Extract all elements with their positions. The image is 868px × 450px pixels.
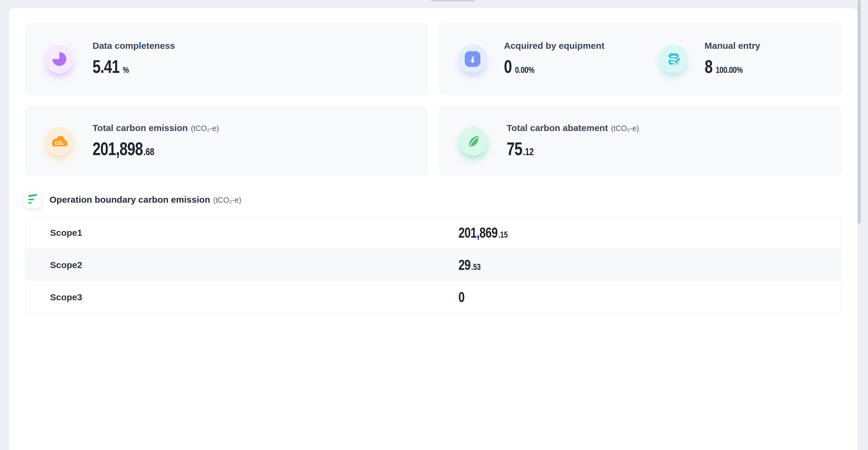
total-emission-unit: (tCO₂-e): [191, 124, 219, 133]
total-emission-decimal: .68: [144, 146, 154, 158]
acquired-by-equipment-stat: Acquired by equipment 0 0.00%: [440, 41, 641, 77]
data-completeness-suffix: %: [123, 65, 129, 75]
data-completeness-value: 5.41: [93, 56, 119, 77]
horizontal-scrollbar-thumb[interactable]: [431, 0, 475, 1]
data-completeness-label: Data completeness: [93, 41, 175, 51]
download-arrow-icon: [458, 44, 487, 73]
edit-note-icon: [659, 44, 688, 73]
total-abatement-label: Total carbon abatement: [507, 123, 608, 133]
scope2-decimal: .53: [471, 262, 480, 272]
stat-cards-grid: Data completeness 5.41 %: [25, 24, 841, 175]
total-abatement-decimal: .12: [523, 146, 534, 158]
svg-text:CO₂: CO₂: [55, 141, 64, 146]
scope1-label: Scope1: [26, 228, 458, 238]
scope3-label: Scope3: [26, 292, 458, 302]
acquired-by-equipment-percent: 0.00%: [515, 65, 534, 75]
data-completeness-card: Data completeness 5.41 %: [25, 24, 427, 94]
co2-cloud-icon: CO₂: [45, 127, 74, 156]
scope1-value: 201,869: [458, 224, 498, 241]
scope2-label: Scope2: [26, 260, 458, 270]
leaf-icon: [459, 127, 488, 156]
operation-boundary-section-header: Operation boundary carbon emission (tCO₂…: [24, 191, 241, 208]
total-abatement-unit: (tCO₂-e): [611, 124, 639, 133]
acquired-by-equipment-label: Acquired by equipment: [504, 41, 604, 51]
total-emission-value: 201,898: [93, 138, 143, 159]
section-title: Operation boundary carbon emission: [50, 195, 210, 205]
total-abatement-value: 75: [507, 138, 522, 159]
carbon-dashboard-page: { "cards": { "completeness": { "label": …: [0, 0, 868, 450]
acquisition-card: Acquired by equipment 0 0.00%: [439, 24, 841, 94]
content-panel: Data completeness 5.41 %: [9, 8, 858, 450]
section-unit: (tCO₂-e): [213, 196, 241, 204]
pie-chart-icon: [45, 44, 74, 73]
table-row-scope2[interactable]: Scope2 29 .53: [26, 249, 841, 281]
scope3-value: 0: [458, 289, 464, 306]
table-row-scope3[interactable]: Scope3 0: [26, 281, 841, 313]
manual-entry-label: Manual entry: [705, 41, 761, 51]
manual-entry-percent: 100.00%: [715, 65, 743, 75]
scope1-decimal: .15: [498, 230, 507, 240]
total-emission-card: CO₂ Total carbon emission (tCO₂-e) 201,8…: [25, 107, 427, 175]
scope-emission-table: Scope1 201,869 .15 Scope2 29 .53 Scope3 …: [25, 216, 841, 314]
acquired-by-equipment-value: 0: [504, 56, 512, 77]
list-bars-icon: [24, 191, 41, 208]
total-abatement-card: Total carbon abatement (tCO₂-e) 75 .12: [439, 107, 841, 175]
total-emission-label: Total carbon emission: [93, 123, 188, 133]
scope2-value: 29: [458, 257, 470, 273]
manual-entry-stat: Manual entry 8 100.00%: [641, 41, 841, 77]
table-row-scope1[interactable]: Scope1 201,869 .15: [26, 217, 841, 249]
manual-entry-value: 8: [705, 56, 712, 77]
vertical-scrollbar-thumb[interactable]: [858, 0, 861, 224]
